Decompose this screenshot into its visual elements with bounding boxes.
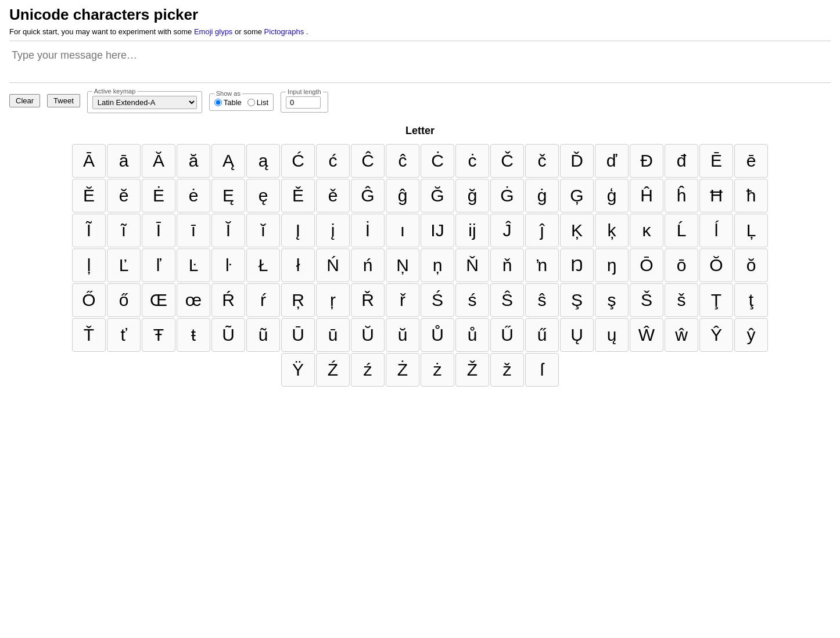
char-cell[interactable]: Ģ [560, 179, 594, 212]
char-cell[interactable]: Ł [246, 248, 280, 282]
char-cell[interactable]: Ű [490, 318, 524, 352]
char-cell[interactable]: Ů [421, 318, 454, 352]
char-cell[interactable]: Ř [351, 283, 385, 317]
char-cell[interactable]: Ć [281, 144, 315, 178]
char-cell[interactable]: ŏ [734, 248, 768, 282]
char-cell[interactable]: Ė [142, 179, 175, 212]
char-cell[interactable]: Ś [421, 283, 454, 317]
char-cell[interactable]: Đ [630, 144, 663, 178]
char-cell[interactable]: Ÿ [281, 353, 315, 387]
radio-list[interactable] [247, 99, 255, 106]
char-cell[interactable]: Ŷ [699, 318, 733, 352]
char-cell[interactable]: Œ [142, 283, 175, 317]
radio-table[interactable] [214, 99, 222, 106]
char-cell[interactable]: ů [455, 318, 489, 352]
char-cell[interactable]: ń [351, 248, 385, 282]
char-cell[interactable]: Ŀ [177, 248, 210, 282]
char-cell[interactable]: Č [490, 144, 524, 178]
char-cell[interactable]: Ŵ [630, 318, 663, 352]
char-cell[interactable]: Ŧ [142, 318, 175, 352]
char-cell[interactable]: Ľ [107, 248, 141, 282]
char-cell[interactable]: Ę [211, 179, 245, 212]
char-cell[interactable]: ą [246, 144, 280, 178]
char-cell[interactable]: Ī [142, 214, 175, 247]
char-cell[interactable]: Ā [72, 144, 106, 178]
char-cell[interactable]: Ş [560, 283, 594, 317]
char-cell[interactable]: ě [316, 179, 350, 212]
char-cell[interactable]: Ĺ [665, 214, 698, 247]
char-cell[interactable]: ſ [525, 353, 559, 387]
char-cell[interactable]: Š [630, 283, 663, 317]
char-cell[interactable]: Ķ [560, 214, 594, 247]
char-cell[interactable]: ż [421, 353, 454, 387]
char-cell[interactable]: š [665, 283, 698, 317]
char-cell[interactable]: œ [177, 283, 210, 317]
char-cell[interactable]: ŉ [525, 248, 559, 282]
char-cell[interactable]: ę [246, 179, 280, 212]
char-cell[interactable]: ĭ [246, 214, 280, 247]
char-cell[interactable]: ť [107, 318, 141, 352]
char-cell[interactable]: ū [316, 318, 350, 352]
radio-list-label[interactable]: List [247, 98, 268, 107]
char-cell[interactable]: ŭ [386, 318, 419, 352]
char-cell[interactable]: Ē [699, 144, 733, 178]
tweet-button[interactable]: Tweet [47, 94, 80, 107]
char-cell[interactable]: Ő [72, 283, 106, 317]
char-cell[interactable]: ĉ [386, 144, 419, 178]
char-cell[interactable]: ŷ [734, 318, 768, 352]
char-cell[interactable]: ų [595, 318, 629, 352]
char-cell[interactable]: Ħ [699, 179, 733, 212]
char-cell[interactable]: ļ [72, 248, 106, 282]
char-cell[interactable]: Ŋ [560, 248, 594, 282]
char-cell[interactable]: ŕ [246, 283, 280, 317]
char-cell[interactable]: ď [595, 144, 629, 178]
char-cell[interactable]: Ŗ [281, 283, 315, 317]
char-cell[interactable]: Ĉ [351, 144, 385, 178]
char-cell[interactable]: ţ [734, 283, 768, 317]
char-cell[interactable]: ŀ [211, 248, 245, 282]
char-cell[interactable]: ŝ [525, 283, 559, 317]
char-cell[interactable]: Ą [211, 144, 245, 178]
char-cell[interactable]: č [525, 144, 559, 178]
char-cell[interactable]: Ť [72, 318, 106, 352]
char-cell[interactable]: ř [386, 283, 419, 317]
char-cell[interactable]: Ĩ [72, 214, 106, 247]
char-cell[interactable]: Ĵ [490, 214, 524, 247]
char-cell[interactable]: ņ [421, 248, 454, 282]
char-cell[interactable]: ģ [595, 179, 629, 212]
char-cell[interactable]: ē [734, 144, 768, 178]
char-cell[interactable]: į [316, 214, 350, 247]
char-cell[interactable]: Ź [316, 353, 350, 387]
keymap-select[interactable]: Latin Extended-ALatin Extended-BBasic La… [92, 96, 197, 109]
char-cell[interactable]: ł [281, 248, 315, 282]
clear-button[interactable]: Clear [9, 94, 40, 107]
char-cell[interactable]: ś [455, 283, 489, 317]
char-cell[interactable]: Ŏ [699, 248, 733, 282]
char-cell[interactable]: Ū [281, 318, 315, 352]
char-cell[interactable]: ő [107, 283, 141, 317]
char-cell[interactable]: Ĭ [211, 214, 245, 247]
char-cell[interactable]: Ţ [699, 283, 733, 317]
char-cell[interactable]: đ [665, 144, 698, 178]
char-cell[interactable]: ş [595, 283, 629, 317]
char-cell[interactable]: ķ [595, 214, 629, 247]
char-cell[interactable]: ō [665, 248, 698, 282]
char-cell[interactable]: Ž [455, 353, 489, 387]
char-cell[interactable]: ĝ [386, 179, 419, 212]
char-cell[interactable]: ň [490, 248, 524, 282]
char-cell[interactable]: ġ [525, 179, 559, 212]
char-cell[interactable]: ű [525, 318, 559, 352]
char-cell[interactable]: ĥ [665, 179, 698, 212]
char-cell[interactable]: Ň [455, 248, 489, 282]
char-cell[interactable]: ij [455, 214, 489, 247]
char-cell[interactable]: ĩ [107, 214, 141, 247]
char-cell[interactable]: IJ [421, 214, 454, 247]
char-cell[interactable]: Ŝ [490, 283, 524, 317]
char-cell[interactable]: Ũ [211, 318, 245, 352]
char-cell[interactable]: Ŕ [211, 283, 245, 317]
char-cell[interactable]: ŧ [177, 318, 210, 352]
char-cell[interactable]: ĕ [107, 179, 141, 212]
pictographs-link[interactable]: Pictographs [264, 27, 304, 36]
char-cell[interactable]: ĺ [699, 214, 733, 247]
char-cell[interactable]: Ų [560, 318, 594, 352]
